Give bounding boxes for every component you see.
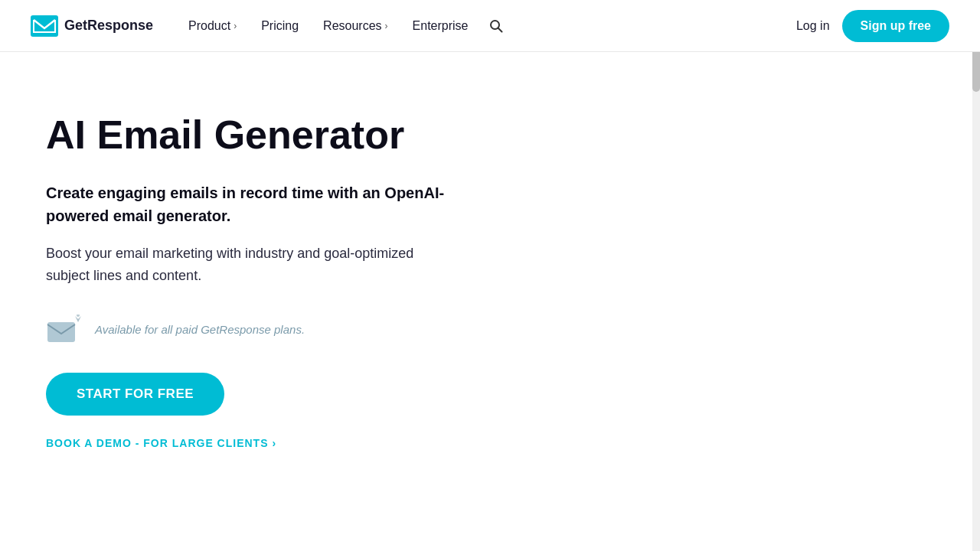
- book-demo-link[interactable]: BOOK A DEMO - FOR LARGE CLIENTS ›: [46, 437, 919, 449]
- mail-icon: [46, 315, 84, 345]
- available-badge: Available for all paid GetResponse plans…: [46, 315, 919, 345]
- svg-line-2: [498, 28, 501, 31]
- search-icon: [488, 18, 504, 34]
- nav-pricing[interactable]: Pricing: [250, 13, 309, 39]
- svg-rect-0: [31, 15, 58, 37]
- cta-section: START FOR FREE: [46, 373, 919, 437]
- signup-button[interactable]: Sign up free: [842, 10, 949, 42]
- available-text: Available for all paid GetResponse plans…: [95, 323, 305, 336]
- scrollbar-track[interactable]: [972, 0, 980, 551]
- main-content: AI Email Generator Create engaging email…: [0, 52, 965, 541]
- nav-product[interactable]: Product ›: [178, 13, 247, 39]
- page-title: AI Email Generator: [46, 113, 505, 157]
- svg-point-4: [77, 315, 80, 317]
- logo-link[interactable]: GetResponse: [31, 15, 153, 37]
- nav-links: Product › Pricing Resources › Enterprise: [178, 12, 796, 40]
- nav-enterprise[interactable]: Enterprise: [402, 13, 479, 39]
- logo-icon: [31, 15, 58, 37]
- nav-resources[interactable]: Resources ›: [312, 13, 398, 39]
- hero-description: Boost your email marketing with industry…: [46, 243, 459, 287]
- mail-icon-wrapper: [46, 315, 84, 345]
- login-link[interactable]: Log in: [796, 19, 830, 33]
- product-chevron: ›: [234, 21, 237, 31]
- hero-subtitle: Create engaging emails in record time wi…: [46, 181, 475, 227]
- resources-chevron: ›: [385, 21, 388, 31]
- search-button[interactable]: [482, 12, 510, 40]
- brand-name: GetResponse: [64, 18, 153, 34]
- nav-actions: Log in Sign up free: [796, 10, 949, 42]
- svg-rect-3: [47, 322, 75, 342]
- navbar: GetResponse Product › Pricing Resources …: [0, 0, 980, 52]
- bottom-section: Get better results from your emails with…: [0, 541, 980, 551]
- start-free-button[interactable]: START FOR FREE: [46, 373, 224, 416]
